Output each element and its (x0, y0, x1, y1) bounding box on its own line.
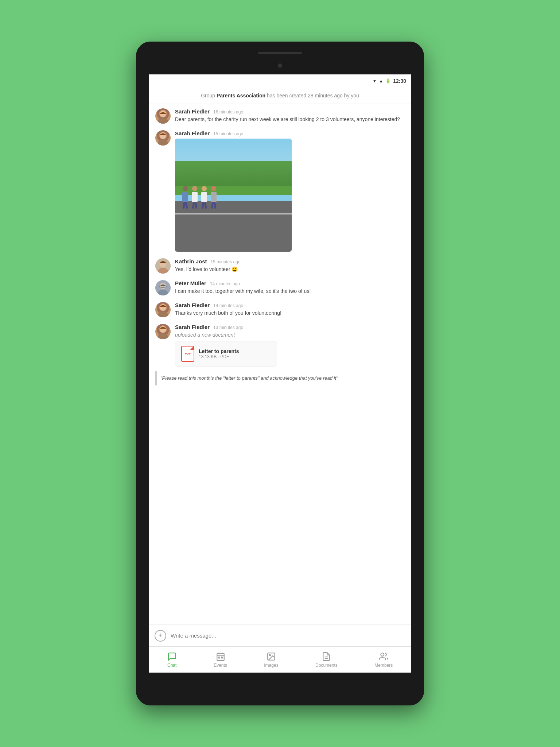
chat-message-6: Sarah Fiedler 13 minutes ago uploaded a … (149, 320, 411, 369)
avatar-sarah-1 (155, 108, 171, 124)
battery-icon: 🔋 (385, 78, 391, 84)
figure-4 (211, 186, 217, 209)
doc-info: Letter to parents 13.13 KB · PDF (199, 348, 239, 359)
chat-message: Sarah Fiedler 16 minutes ago Dear parent… (149, 104, 411, 126)
status-time: 12:30 (393, 78, 406, 84)
message-text-5: Thanks very much both of you for volunte… (175, 310, 405, 317)
message-text-3: Yes, I'd love to volunteer 😀 (175, 266, 405, 273)
signal-icon: ▲ (379, 78, 383, 84)
quote-line (155, 371, 157, 386)
message-header-1: Sarah Fiedler 16 minutes ago (175, 108, 405, 115)
message-body-2: Sarah Fiedler 15 minutes ago (175, 130, 405, 252)
nav-item-chat[interactable]: Chat (167, 652, 177, 668)
message-body-5: Sarah Fiedler 14 minutes ago Thanks very… (175, 302, 405, 317)
fig-body-1 (182, 192, 188, 202)
upload-action: uploaded a new document (175, 332, 405, 339)
message-header-5: Sarah Fiedler 14 minutes ago (175, 302, 405, 308)
tablet-top-bar (136, 42, 424, 74)
fig-head-3 (202, 186, 207, 191)
chat-message-2: Sarah Fiedler 15 minutes ago (149, 126, 411, 254)
documents-icon (322, 652, 331, 661)
tablet-bottom (136, 673, 424, 705)
message-time-6: 13 minutes ago (213, 325, 243, 330)
message-body-6: Sarah Fiedler 13 minutes ago uploaded a … (175, 324, 405, 367)
message-header-3: Kathrin Jost 15 minutes ago (175, 258, 405, 264)
nav-label-images: Images (264, 663, 278, 668)
avatar-sarah-2 (155, 130, 171, 146)
group-name: Parents Association (217, 93, 265, 98)
fig-legs-4 (211, 202, 217, 209)
svg-point-12 (158, 311, 168, 317)
avatar-sarah-3 (155, 302, 171, 317)
bottom-nav: Chat Events (149, 646, 411, 673)
doc-size: 13.13 KB (199, 354, 217, 359)
sender-name-2: Sarah Fiedler (175, 130, 210, 136)
fig-legs-3 (201, 202, 207, 209)
figure-2 (192, 186, 198, 209)
nav-item-images[interactable]: Images (264, 652, 278, 668)
fig-head-4 (211, 186, 216, 191)
svg-rect-15 (217, 653, 224, 661)
system-message: Group Parents Association has been creat… (149, 88, 411, 104)
message-body-1: Sarah Fiedler 16 minutes ago Dear parent… (175, 108, 405, 123)
avatar-peter (155, 280, 171, 295)
members-icon (379, 652, 388, 661)
fig-leg-r2 (195, 202, 197, 209)
fig-body-4 (211, 192, 217, 202)
message-body-4: Peter Müller 14 minutes ago I can make i… (175, 280, 405, 295)
chat-image[interactable] (175, 139, 292, 252)
nav-item-documents[interactable]: Documents (315, 652, 338, 668)
message-time-4: 14 minutes ago (210, 281, 240, 286)
svg-rect-19 (218, 657, 219, 658)
doc-title: Letter to parents (199, 348, 239, 354)
tablet-speaker (258, 52, 302, 54)
avatar-sarah-4 (155, 324, 171, 339)
quote-bar: "Please read this month's the "letter to… (155, 371, 405, 386)
status-bar: ▼ ▲ 🔋 12:30 (149, 74, 411, 88)
photo-trees (175, 161, 292, 190)
document-attachment[interactable]: Letter to parents 13.13 KB · PDF (175, 341, 277, 367)
message-time-1: 16 minutes ago (213, 109, 243, 115)
system-message-suffix: has been created 28 minutes ago by you (265, 93, 359, 98)
add-attachment-button[interactable]: + (155, 630, 166, 642)
nav-item-members[interactable]: Members (374, 652, 393, 668)
message-time-3: 15 minutes ago (211, 259, 241, 264)
sender-name-4: Peter Müller (175, 280, 206, 286)
fig-leg-r3 (204, 202, 207, 209)
sender-name-1: Sarah Fiedler (175, 108, 210, 115)
pdf-icon (181, 346, 194, 362)
chat-content[interactable]: Group Parents Association has been creat… (149, 88, 411, 624)
svg-point-22 (269, 654, 271, 655)
nav-item-events[interactable]: Events (214, 652, 227, 668)
svg-rect-20 (221, 657, 222, 658)
message-header-4: Peter Müller 14 minutes ago (175, 280, 405, 286)
sender-name-5: Sarah Fiedler (175, 302, 210, 308)
chat-message-5: Sarah Fiedler 14 minutes ago Thanks very… (149, 298, 411, 320)
svg-point-25 (381, 653, 384, 656)
svg-point-14 (158, 333, 168, 339)
message-time-2: 15 minutes ago (213, 131, 243, 136)
tablet-frame: ▼ ▲ 🔋 12:30 Group Parents Association ha… (136, 42, 424, 705)
fig-legs-2 (192, 202, 198, 209)
message-input-bar: + (149, 624, 411, 646)
message-text-1: Dear parents, for the charity run next w… (175, 116, 405, 123)
fig-head-1 (183, 186, 188, 191)
tablet-screen: ▼ ▲ 🔋 12:30 Group Parents Association ha… (149, 74, 411, 673)
message-text-4: I can make it too, together with my wife… (175, 288, 405, 295)
nav-label-events: Events (214, 663, 227, 668)
wifi-icon: ▼ (372, 78, 377, 84)
fig-leg-r4 (214, 202, 216, 209)
svg-point-1 (158, 118, 168, 124)
tablet-camera (278, 63, 282, 68)
chat-message-3: Kathrin Jost 15 minutes ago Yes, I'd lov… (149, 254, 411, 276)
pdf-icon-corner (190, 347, 194, 350)
events-icon (216, 652, 225, 661)
message-time-5: 14 minutes ago (213, 303, 243, 308)
sender-name-6: Sarah Fiedler (175, 324, 210, 330)
chat-icon (167, 652, 177, 661)
message-header-2: Sarah Fiedler 15 minutes ago (175, 130, 405, 136)
message-input[interactable] (171, 629, 405, 643)
fig-leg-r1 (185, 202, 188, 209)
svg-point-4 (158, 140, 168, 146)
quote-text: "Please read this month's the "letter to… (160, 375, 338, 381)
